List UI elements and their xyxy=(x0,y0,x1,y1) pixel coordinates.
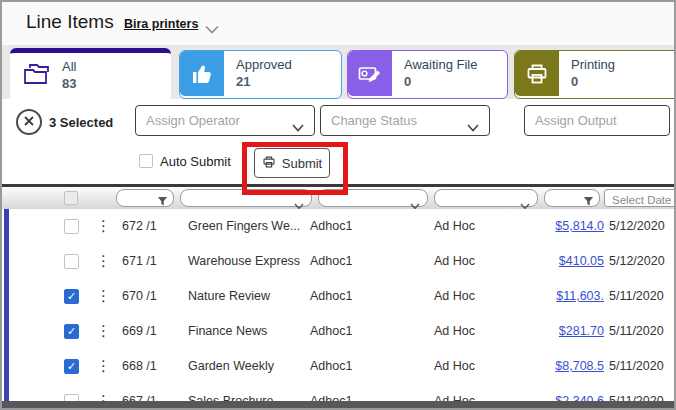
cell-operator: Adhoc1 xyxy=(310,359,352,373)
cell-id: 672 /1 xyxy=(122,219,182,233)
change-status-dropdown[interactable]: Change Status xyxy=(320,105,490,136)
tab-label: Approved xyxy=(236,57,292,72)
submit-button[interactable]: Submit xyxy=(254,148,330,178)
table-row: ✓ ⋮ 671 /1 Warehouse Express Adhoc1 Ad H… xyxy=(2,244,674,280)
row-menu-icon[interactable]: ⋮ xyxy=(96,322,111,340)
cell-operator: Adhoc1 xyxy=(310,289,352,303)
table-row: ✓ ⋮ 670 /1 Nature Review Adhoc1 Ad Hoc $… xyxy=(2,279,674,315)
table-body: ✓ ⋮ 672 /1 Green Fingers We... Adhoc1 Ad… xyxy=(2,209,674,408)
cell-id: 670 /1 xyxy=(122,289,182,303)
cell-id: 671 /1 xyxy=(122,254,182,268)
cell-date: 5/11/2020 xyxy=(609,359,664,373)
tab-count: 21 xyxy=(236,74,250,89)
price-link[interactable]: $8,708.5 xyxy=(512,359,604,373)
cell-type: Ad Hoc xyxy=(434,359,475,373)
cell-name: Nature Review xyxy=(188,289,308,303)
price-filter-input[interactable] xyxy=(544,189,600,207)
price-link[interactable]: $5,814.0 xyxy=(512,219,604,233)
select-all-checkbox[interactable]: ✓ xyxy=(64,191,78,205)
thumbs-up-icon xyxy=(180,51,224,96)
cell-type: Ad Hoc xyxy=(434,324,475,338)
row-menu-icon[interactable]: ⋮ xyxy=(96,287,111,305)
date-filter-input[interactable] xyxy=(604,189,676,207)
row-status-bar xyxy=(4,314,9,349)
tab-label: All xyxy=(62,59,76,74)
cell-date: 5/11/2020 xyxy=(609,289,664,303)
tab-label: Printing xyxy=(571,57,615,72)
id-filter-input[interactable] xyxy=(116,189,174,207)
tab-printing[interactable]: Printing 0 xyxy=(514,50,676,99)
row-menu-icon[interactable]: ⋮ xyxy=(96,217,111,235)
printer-icon xyxy=(515,51,559,96)
change-status-placeholder: Change Status xyxy=(331,113,417,128)
clear-selection-button[interactable] xyxy=(16,109,42,135)
cell-name: Warehouse Express xyxy=(188,254,308,268)
cell-type: Ad Hoc xyxy=(434,254,475,268)
cell-operator: Adhoc1 xyxy=(310,324,352,338)
cell-name: Green Fingers We... xyxy=(188,219,308,233)
table-row: ✓ ⋮ 668 /1 Garden Weekly Adhoc1 Ad Hoc $… xyxy=(2,349,674,385)
tab-count: 83 xyxy=(62,76,76,91)
cell-date: 5/12/2020 xyxy=(609,254,665,268)
horizontal-scrollbar[interactable] xyxy=(2,401,674,408)
page-header: Line Items Bira printers xyxy=(2,2,674,45)
row-checkbox[interactable]: ✓ xyxy=(64,289,79,304)
row-checkbox[interactable]: ✓ xyxy=(64,359,79,374)
tab-all[interactable]: All 83 xyxy=(10,48,171,104)
cell-type: Ad Hoc xyxy=(434,289,475,303)
assign-operator-dropdown[interactable]: Assign Operator xyxy=(135,105,315,136)
bulk-action-bar: 3 Selected Assign Operator Change Status… xyxy=(2,99,674,184)
cell-operator: Adhoc1 xyxy=(310,219,352,233)
tab-approved[interactable]: Approved 21 xyxy=(179,50,342,99)
auto-submit-checkbox[interactable]: ✓ xyxy=(139,154,153,168)
chevron-down-icon[interactable] xyxy=(205,20,219,38)
page-title: Line Items xyxy=(26,11,114,33)
assign-operator-placeholder: Assign Operator xyxy=(146,113,240,128)
cell-name: Garden Weekly xyxy=(188,359,308,373)
row-menu-icon[interactable]: ⋮ xyxy=(96,252,111,270)
selection-count-label: 3 Selected xyxy=(49,115,113,130)
row-checkbox[interactable]: ✓ xyxy=(64,254,79,269)
price-link[interactable]: $410.05 xyxy=(512,254,604,268)
cell-date: 5/11/2020 xyxy=(609,324,664,338)
printer-group-link[interactable]: Bira printers xyxy=(124,17,198,31)
tab-awaiting-file[interactable]: Awaiting File 0 xyxy=(347,50,508,99)
auto-submit-label: Auto Submit xyxy=(160,154,231,169)
cell-id: 668 /1 xyxy=(122,359,182,373)
row-checkbox[interactable]: ✓ xyxy=(64,324,79,339)
row-status-bar xyxy=(4,279,9,314)
line-items-window: Line Items Bira printers All 83 Approved… xyxy=(0,0,676,410)
type-filter-dropdown[interactable] xyxy=(434,189,538,207)
row-status-bar xyxy=(4,244,9,279)
close-icon xyxy=(23,113,35,131)
check-pen-icon xyxy=(348,51,392,96)
submit-button-label: Submit xyxy=(282,156,322,171)
cell-operator: Adhoc1 xyxy=(310,254,352,268)
cell-id: 669 /1 xyxy=(122,324,182,338)
table-row: ✓ ⋮ 672 /1 Green Fingers We... Adhoc1 Ad… xyxy=(2,209,674,245)
price-link[interactable]: $281.70 xyxy=(512,324,604,338)
tab-count: 0 xyxy=(404,74,411,89)
select-date-input[interactable] xyxy=(610,193,676,207)
cell-type: Ad Hoc xyxy=(434,219,475,233)
table-row: ✓ ⋮ 669 /1 Finance News Adhoc1 Ad Hoc $2… xyxy=(2,314,674,350)
printer-icon xyxy=(262,155,276,172)
operator-filter-dropdown[interactable] xyxy=(318,189,428,207)
row-status-bar xyxy=(4,349,9,384)
name-filter-dropdown[interactable] xyxy=(180,189,312,207)
chevron-down-icon xyxy=(292,118,304,136)
row-checkbox[interactable]: ✓ xyxy=(64,219,79,234)
table-filter-row: ✓ xyxy=(2,187,674,210)
folder-icon xyxy=(22,61,52,91)
cell-date: 5/12/2020 xyxy=(609,219,665,233)
price-link[interactable]: $11,603. xyxy=(512,289,604,303)
cell-name: Finance News xyxy=(188,324,308,338)
row-status-bar xyxy=(4,209,9,244)
assign-output-input[interactable] xyxy=(524,105,670,136)
row-menu-icon[interactable]: ⋮ xyxy=(96,357,111,375)
tab-label: Awaiting File xyxy=(404,57,477,72)
chevron-down-icon xyxy=(467,118,479,136)
tab-count: 0 xyxy=(571,74,578,89)
